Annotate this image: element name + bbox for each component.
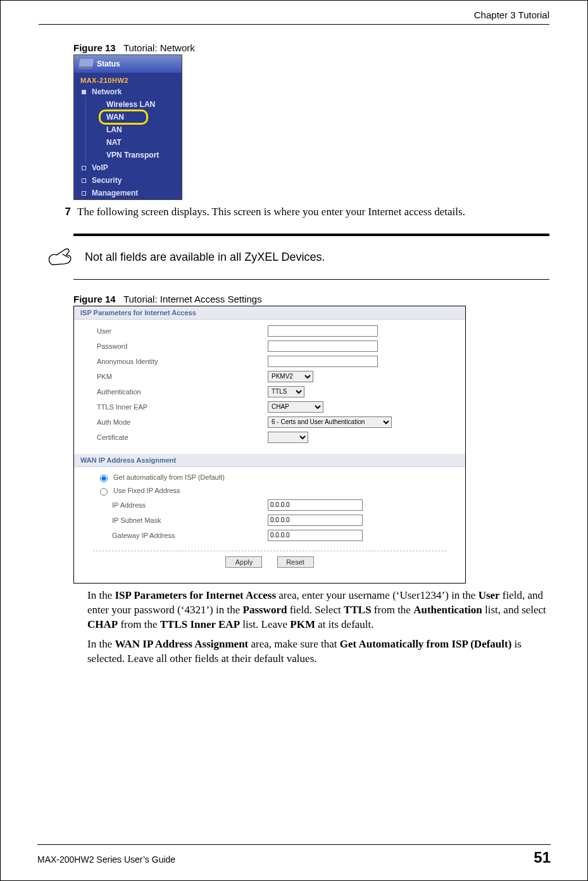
device-name: MAX-210HW2 xyxy=(74,73,182,85)
nav-wan[interactable]: WAN xyxy=(106,111,182,123)
nav-vpn-label: VPN Transport xyxy=(106,151,159,159)
button-row: Apply Reset xyxy=(74,555,465,574)
t: list. Leave xyxy=(240,618,290,630)
footer-page-number: 51 xyxy=(534,849,551,866)
b: WAN IP Address Assignment xyxy=(115,638,248,650)
input-ip-addr[interactable] xyxy=(268,499,363,511)
select-auth-mode[interactable]: 6 - Certs and User Authentication xyxy=(268,416,392,428)
nav-nat[interactable]: NAT xyxy=(106,136,182,149)
nav-network-sub: Wireless LAN WAN LAN NAT VPN Transport xyxy=(85,98,182,161)
apply-button[interactable]: Apply xyxy=(225,556,262,568)
t: In the xyxy=(87,638,115,650)
select-pkm[interactable]: PKMV2 xyxy=(268,371,313,382)
nav-lan-label: LAN xyxy=(106,125,122,134)
b: Password xyxy=(243,604,287,616)
page: Chapter 3 Tutorial Figure 13 Tutorial: N… xyxy=(0,0,588,881)
row-subnet: IP Subnet Mask xyxy=(74,513,465,528)
t: area, enter your username (‘User1234’) i… xyxy=(276,589,479,601)
label-ip-addr: IP Address xyxy=(112,501,268,509)
t: at its default. xyxy=(315,618,374,630)
page-content: Figure 13 Tutorial: Network Status MAX-2… xyxy=(1,25,587,666)
b: PKM xyxy=(290,618,315,630)
b: Authentication xyxy=(413,604,482,616)
expand-icon xyxy=(82,166,86,170)
nav-security[interactable]: Security xyxy=(74,174,182,187)
t: from the xyxy=(118,618,160,630)
input-subnet[interactable] xyxy=(268,515,363,526)
label-subnet: IP Subnet Mask xyxy=(112,516,268,524)
nav-network[interactable]: Network xyxy=(74,85,182,98)
t: field. Select xyxy=(287,604,344,616)
label-user: User xyxy=(97,327,268,335)
nav-nat-label: NAT xyxy=(106,138,122,147)
step-7-number: 7 xyxy=(59,205,71,220)
label-cert: Certificate xyxy=(97,434,268,441)
input-password[interactable] xyxy=(268,341,378,352)
nav-voip[interactable]: VoIP xyxy=(74,161,182,174)
note-rule-bottom xyxy=(73,279,549,280)
expand-icon xyxy=(82,90,86,94)
b: TTLS xyxy=(344,604,371,616)
figure-13-caption: Figure 13 Tutorial: Network xyxy=(73,42,549,53)
row-anon: Anonymous Identity xyxy=(74,354,465,369)
figure-14-title: Tutorial: Internet Access Settings xyxy=(123,294,262,304)
t: list, and select xyxy=(482,604,546,616)
footer-guide-title: MAX-200HW2 Series User’s Guide xyxy=(37,854,175,865)
note-hand-icon xyxy=(47,245,73,270)
row-gateway: Gateway IP Address xyxy=(74,528,465,543)
dashed-divider xyxy=(93,551,446,551)
nav-management-label: Management xyxy=(92,189,138,197)
reset-button[interactable]: Reset xyxy=(277,556,314,568)
label-auth-mode: Auth Mode xyxy=(97,418,268,426)
footer-rule xyxy=(37,844,551,845)
row-auth: Authentication TTLS xyxy=(74,384,465,399)
b: CHAP xyxy=(87,618,118,630)
select-ttls-inner[interactable]: CHAP xyxy=(268,401,323,413)
note-body: Not all fields are available in all ZyXE… xyxy=(35,236,549,279)
b: TTLS Inner EAP xyxy=(160,618,240,630)
label-ttls-inner: TTLS Inner EAP xyxy=(97,403,268,411)
nav-management[interactable]: Management xyxy=(74,187,182,199)
row-user: User xyxy=(74,323,465,339)
figure-14-form: ISP Parameters for Internet Access User … xyxy=(73,306,466,584)
status-block[interactable]: Status xyxy=(74,55,182,73)
nav-wlan-label: Wireless LAN xyxy=(106,100,155,109)
label-get-auto: Get automatically from ISP (Default) xyxy=(113,473,225,481)
page-header: Chapter 3 Tutorial xyxy=(1,1,587,23)
expand-icon xyxy=(82,191,86,196)
nav-wireless-lan[interactable]: Wireless LAN xyxy=(106,98,182,111)
expand-icon xyxy=(82,178,86,183)
figure-13-navpanel: Status MAX-210HW2 Network Wireless LAN W… xyxy=(73,54,182,200)
wan-section-body: Get automatically from ISP (Default) Use… xyxy=(74,467,465,583)
nav-security-label: Security xyxy=(92,176,122,185)
t: from the xyxy=(372,604,414,616)
nav-lan[interactable]: LAN xyxy=(106,123,182,136)
radio-use-fixed[interactable] xyxy=(100,488,108,496)
input-user[interactable] xyxy=(268,325,378,337)
nav-network-label: Network xyxy=(92,87,122,96)
input-anon[interactable] xyxy=(268,356,378,367)
input-gateway[interactable] xyxy=(268,530,363,541)
row-ip-addr: IP Address xyxy=(74,497,465,513)
radio-get-auto[interactable] xyxy=(100,475,108,482)
figure-13-label: Figure 13 xyxy=(73,42,116,53)
label-pkm: PKM xyxy=(97,373,268,380)
row-ttls-inner: TTLS Inner EAP CHAP xyxy=(74,399,465,415)
figure-14-caption: Figure 14 Tutorial: Internet Access Sett… xyxy=(73,294,549,304)
label-gateway: Gateway IP Address xyxy=(112,532,268,539)
note-block: Not all fields are available in all ZyXE… xyxy=(35,234,549,280)
isp-section-body: User Password Anonymous Identity PKM PKM… xyxy=(74,320,465,454)
label-use-fixed: Use Fixed IP Address xyxy=(113,487,180,494)
wan-section-header: WAN IP Address Assignment xyxy=(74,454,465,467)
note-text: Not all fields are available in all ZyXE… xyxy=(85,251,325,264)
paragraph-wan: In the WAN IP Address Assignment area, m… xyxy=(87,637,549,666)
select-cert[interactable] xyxy=(268,432,308,443)
chapter-label: Chapter 3 Tutorial xyxy=(474,9,549,20)
select-auth[interactable]: TTLS xyxy=(268,386,304,397)
nav-vpn[interactable]: VPN Transport xyxy=(106,149,182,161)
row-cert: Certificate xyxy=(74,430,465,445)
step-7-text: The following screen displays. This scre… xyxy=(77,205,465,220)
step-7: 7 The following screen displays. This sc… xyxy=(59,205,549,220)
nav-voip-label: VoIP xyxy=(92,163,108,172)
page-footer: MAX-200HW2 Series User’s Guide 51 xyxy=(1,844,587,866)
